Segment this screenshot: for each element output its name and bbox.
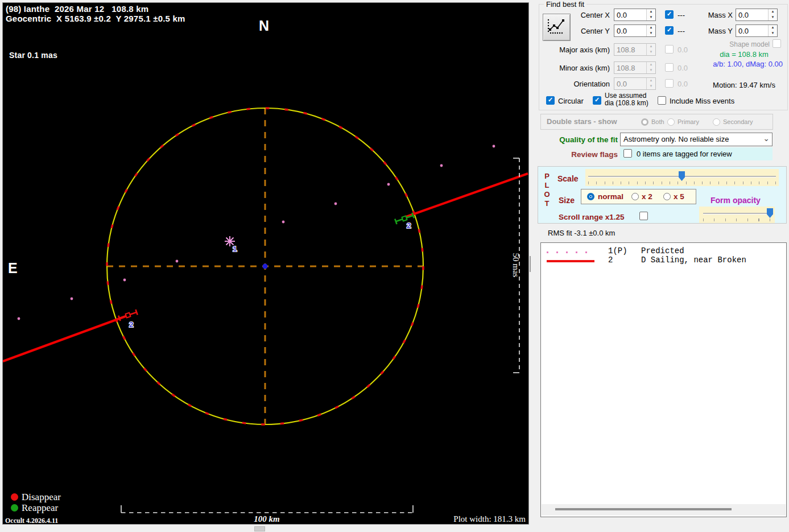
minor-axis-fit-checkbox[interactable] — [665, 63, 674, 72]
run-best-fit-button[interactable] — [543, 14, 571, 41]
disappear-dot-icon — [11, 493, 18, 501]
scale-label: Scale — [557, 174, 579, 183]
app-version-label: Occult 4.2026.4.11 — [5, 517, 58, 525]
predicted-dot — [440, 164, 443, 167]
double-stars-secondary-radio[interactable] — [713, 118, 720, 126]
shape-model-label: Shape model — [707, 40, 770, 48]
diameter-readout: dia = 108.8 km — [710, 50, 778, 59]
chord-list[interactable]: 1(P) Predicted 2 D Sailing, near Broken — [540, 242, 787, 517]
reappear-dot-icon — [11, 504, 18, 512]
mass-x-value: 0.0 — [736, 9, 768, 20]
major-axis-flag: 0.0 — [678, 46, 688, 54]
north-direction-label: N — [259, 18, 269, 34]
chord2-reappear-label: 2 — [407, 221, 411, 230]
size-x5-radio[interactable] — [663, 193, 671, 200]
axis-ratio-readout: a/b: 1.00, dMag: 0.00 — [703, 60, 783, 68]
occultation-plot-canvas[interactable]: 1 2 2 100 km 50 mas (98) Ianthe 2026 Mar… — [2, 2, 529, 525]
plot-width-label: Plot width: 181.3 km — [400, 514, 526, 524]
shape-model-checkbox[interactable] — [773, 39, 781, 48]
center-x-spin-arrows[interactable]: ▲▼ — [646, 9, 655, 20]
plot-shape — [395, 219, 396, 224]
chord-row-description: D Sailing, near Broken — [641, 255, 746, 265]
major-axis-value: 108.8 — [614, 44, 646, 55]
minor-axis-spinner[interactable]: 108.8 ▲▼ — [614, 61, 656, 74]
circular-label: Circular — [558, 97, 584, 105]
center-x-fit-checkbox[interactable] — [665, 10, 674, 19]
size-x2-radio[interactable] — [631, 193, 639, 200]
mass-y-spin-arrows[interactable]: ▲▼ — [768, 25, 777, 36]
center-y-spin-arrows[interactable]: ▲▼ — [646, 25, 655, 36]
orientation-fit-checkbox[interactable] — [665, 79, 674, 88]
find-best-fit-group: Find best fit Center X 0.0 ▲▼ --- Mass X… — [539, 4, 788, 110]
predicted-dot — [334, 203, 337, 205]
km-scale-label: 100 km — [254, 514, 279, 523]
review-flags-checkbox[interactable] — [623, 149, 632, 158]
use-assumed-dia-checkbox[interactable] — [593, 96, 601, 105]
mass-y-spinner[interactable]: 0.0 ▲▼ — [736, 24, 778, 37]
predicted-dot — [387, 183, 390, 186]
chevron-down-icon: ⌄ — [763, 134, 770, 143]
size-x2-label: x 2 — [642, 192, 652, 201]
use-assumed-dia-line2: dia (108.8 km) — [605, 99, 648, 107]
disappear-marker-icon — [118, 310, 138, 321]
double-stars-both-radio[interactable] — [641, 118, 648, 126]
double-stars-primary-radio[interactable] — [667, 118, 675, 126]
plot-title-line2: Geocentric X 5163.9 ±0.2 Y 2975.1 ±0.5 k… — [6, 14, 185, 23]
center-x-spinner[interactable]: 0.0 ▲▼ — [614, 9, 656, 21]
minor-axis-flag: 0.0 — [678, 64, 688, 72]
orientation-flag: 0.0 — [678, 80, 688, 88]
chord-list-hscroll-thumb[interactable] — [555, 508, 732, 510]
form-opacity-slider[interactable] — [699, 207, 775, 223]
sky-plane-plot: 1 2 2 100 km 50 mas — [3, 3, 528, 524]
mass-x-spinner[interactable]: 0.0 ▲▼ — [736, 9, 778, 21]
orientation-spinner[interactable]: 0.0 ▲▼ — [614, 77, 656, 90]
center-y-label: Center Y — [572, 27, 610, 35]
predicted-chord-label: 1 — [233, 245, 237, 253]
size-radio-group: normal x 2 x 5 — [581, 189, 696, 204]
predicted-dot — [493, 145, 495, 148]
major-axis-spin-arrows: ▲▼ — [646, 44, 655, 55]
plot-title-line1: (98) Ianthe 2026 Mar 12 108.8 km — [6, 4, 148, 14]
form-opacity-label: Form opacity — [710, 196, 761, 205]
predicted-dot — [18, 317, 20, 320]
center-x-flag: --- — [678, 11, 685, 19]
chord-list-hscrollbar[interactable] — [542, 504, 786, 515]
mass-x-spin-arrows[interactable]: ▲▼ — [768, 9, 777, 20]
scale-slider-thumb[interactable] — [679, 171, 685, 181]
size-normal-radio[interactable] — [587, 193, 594, 200]
occult-fit-window: 1 2 2 100 km 50 mas (98) Ianthe 2026 Mar… — [0, 0, 789, 532]
center-x-label: Center X — [572, 11, 610, 19]
plot-shape — [402, 216, 407, 221]
circular-checkbox[interactable] — [546, 96, 555, 105]
major-axis-spinner[interactable]: 108.8 ▲▼ — [614, 43, 656, 56]
asteroid-center-dot — [263, 264, 268, 269]
scroll-range-checkbox[interactable] — [639, 212, 648, 220]
plot-panel-word: PLOT — [543, 172, 551, 217]
chord-row-number: 1(P) — [608, 246, 627, 255]
star-diameter-label: Star 0.1 mas — [9, 51, 57, 60]
center-y-fit-checkbox[interactable] — [665, 26, 674, 35]
center-y-spinner[interactable]: 0.0 ▲▼ — [614, 24, 656, 37]
quality-of-fit-dropdown[interactable]: Astrometry only. No reliable size ⌄ — [620, 133, 773, 146]
plot-shape — [118, 316, 120, 321]
mass-x-label: Mass X — [701, 11, 733, 19]
form-opacity-slider-thumb[interactable] — [767, 208, 773, 218]
predicted-dot — [282, 221, 285, 224]
splitter-handle[interactable] — [530, 256, 531, 272]
form-opacity-slider-track[interactable] — [703, 213, 771, 214]
mas-scale-label: 50 mas — [511, 253, 521, 278]
review-flags-label: Review flags — [539, 150, 618, 159]
plot-hscroll-thumb[interactable] — [254, 526, 265, 531]
legend-reappear: Reappear — [22, 502, 58, 514]
plot-shapes — [3, 108, 528, 513]
scroll-range-label: Scroll range x1.25 — [559, 213, 625, 221]
mass-y-value: 0.0 — [736, 25, 768, 36]
plot-shape — [135, 310, 137, 315]
motion-readout: Motion: 19.47 km/s — [710, 81, 778, 89]
east-direction-label: E — [8, 260, 18, 277]
major-axis-fit-checkbox[interactable] — [665, 45, 674, 53]
scale-slider[interactable] — [585, 169, 779, 186]
center-x-value: 0.0 — [614, 9, 646, 20]
size-normal-label: normal — [598, 192, 623, 201]
include-miss-checkbox[interactable] — [658, 96, 666, 105]
